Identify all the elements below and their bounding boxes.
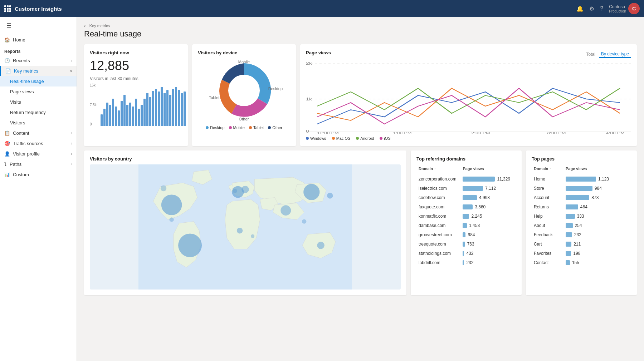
domain-cell: codehow.com: [417, 193, 460, 202]
svg-point-19: [237, 228, 243, 233]
app-title: Customer Insights: [15, 6, 62, 12]
sidebar-item-return-frequency[interactable]: Return frequency: [0, 107, 77, 118]
page-domain-cell: About: [532, 221, 564, 230]
bar: [121, 101, 123, 127]
bar: [152, 91, 154, 126]
value-cell: 984: [461, 231, 515, 239]
content-icon: 📋: [4, 130, 10, 136]
pages-domain-col-header[interactable]: Domain ↑: [532, 165, 564, 174]
chevron-right-icon-5: ›: [71, 162, 72, 166]
bar: [106, 103, 108, 126]
sort-icon: ↑: [434, 167, 436, 171]
bar: [118, 110, 120, 126]
sidebar-item-visitor-profile[interactable]: 👤 Visitor profile ›: [0, 149, 77, 159]
y-max: 15k: [90, 83, 97, 87]
sidebar-item-visitors[interactable]: Visitors: [0, 118, 77, 128]
table-row: Help 333: [532, 212, 630, 221]
visitors-by-country-title: Visitors by country: [90, 156, 401, 162]
table-row: About 254: [532, 221, 630, 230]
return-freq-label: Return frequency: [10, 110, 46, 115]
pages-sort-icon: ↑: [549, 167, 551, 171]
pageviews-col-header[interactable]: Page views: [461, 165, 515, 174]
page-value-cell: 155: [564, 258, 630, 267]
pages-pageviews-col-header[interactable]: Page views: [564, 165, 630, 174]
page-domain-cell: Account: [532, 193, 564, 202]
desktop-label: Desktop: [268, 86, 283, 91]
table-row: Returns 464: [532, 203, 630, 211]
value-cell: 232: [461, 258, 515, 267]
sidebar-item-home[interactable]: 🏠 Home: [0, 34, 77, 45]
page-title: Real-time usage: [84, 29, 637, 39]
top-pages-title: Top pages: [532, 156, 631, 162]
value-cell: 7,112: [461, 184, 515, 193]
toggle-total[interactable]: Total: [584, 51, 597, 58]
recents-label: Recents: [13, 58, 30, 63]
map-svg: [90, 164, 401, 290]
paths-icon: ⤵: [4, 162, 7, 167]
bar: [123, 95, 126, 126]
recents-icon: 🕐: [4, 58, 10, 63]
table-row: Contact 155: [532, 258, 630, 267]
sidebar-item-pageviews[interactable]: Page views: [0, 86, 77, 97]
domain-cell: groovestreet.com: [417, 231, 460, 239]
toggle-by-device[interactable]: By device type: [599, 51, 631, 58]
svg-point-15: [241, 186, 249, 193]
svg-point-22: [161, 186, 166, 191]
tablet-label: Tablet: [209, 95, 219, 100]
bar: [126, 105, 128, 127]
app-launcher-icon[interactable]: [4, 5, 11, 12]
legend-ios: iOS: [384, 136, 390, 140]
topbar: Customer Insights 🔔 ⚙ ? Contoso Producti…: [0, 0, 644, 17]
page-value-cell: 464: [564, 203, 630, 211]
page-views-title: Page views: [306, 50, 331, 55]
sidebar-item-recents[interactable]: 🕐 Recents ›: [0, 55, 77, 66]
value-cell: 4,998: [461, 193, 515, 202]
org-name: Contoso: [609, 4, 626, 9]
domain-col-header[interactable]: Domain ↑: [417, 165, 460, 174]
settings-icon[interactable]: ⚙: [589, 5, 594, 12]
svg-text:4:00 PM: 4:00 PM: [606, 131, 625, 135]
sidebar-item-traffic-sources[interactable]: 🎯 Traffic sources ›: [0, 138, 77, 149]
bar: [109, 105, 111, 127]
visitors-by-device-card: Visitors by device Mobile Desktop Tablet…: [192, 44, 296, 146]
sidebar-item-custom[interactable]: 📊 Custom: [0, 169, 77, 180]
svg-point-16: [303, 184, 319, 200]
table-row: statholdings.com 432: [417, 249, 515, 258]
top-referring-title: Top referring domains: [416, 156, 516, 162]
page-domain-cell: Cart: [532, 240, 564, 248]
bar: [141, 105, 143, 127]
page-value-cell: 984: [564, 184, 630, 193]
content-label: Content: [13, 130, 29, 136]
line-chart-legend: Windows Mac OS Android iOS: [306, 136, 631, 140]
bar: [184, 92, 186, 126]
world-map: [90, 164, 401, 290]
sidebar-item-content[interactable]: 📋 Content ›: [0, 128, 77, 138]
bar: [178, 90, 180, 126]
notification-icon[interactable]: 🔔: [576, 5, 584, 12]
collapse-button[interactable]: ☰: [4, 20, 14, 31]
sidebar-item-paths[interactable]: ⤵ Paths ›: [0, 159, 77, 169]
visits-label: Visits: [10, 99, 21, 105]
visitors-now-card: Visitors right now 12,885 Visitors in la…: [84, 44, 188, 146]
svg-text:1:00 PM: 1:00 PM: [393, 131, 412, 135]
sidebar-item-key-metrics[interactable]: 📄 Key metrics ∨: [0, 66, 77, 76]
key-metrics-label: Key metrics: [14, 68, 38, 74]
back-button[interactable]: ‹: [84, 23, 86, 29]
chevron-right-icon-4: ›: [71, 152, 72, 156]
table-row: faxquote.com 3,560: [417, 203, 515, 211]
avatar[interactable]: C: [628, 3, 640, 14]
sidebar-item-realtime[interactable]: Real-time usage: [0, 76, 77, 86]
visitors-now-count: 12,885: [90, 58, 182, 73]
traffic-icon: 🎯: [4, 141, 10, 146]
top-pages-card: Top pages Domain ↑ Page views Home: [526, 150, 637, 295]
help-icon[interactable]: ?: [600, 5, 603, 12]
value-cell: 763: [461, 240, 515, 248]
chevron-right-icon: ›: [71, 59, 72, 63]
domain-cell: statholdings.com: [417, 249, 460, 258]
domain-cell: zencorporation.com: [417, 175, 460, 183]
bar: [101, 114, 103, 126]
sidebar-item-visits[interactable]: Visits: [0, 97, 77, 107]
svg-point-13: [161, 194, 182, 215]
user-menu[interactable]: Contoso Production C: [609, 3, 640, 14]
table-row: groovestreet.com 984: [417, 231, 515, 239]
